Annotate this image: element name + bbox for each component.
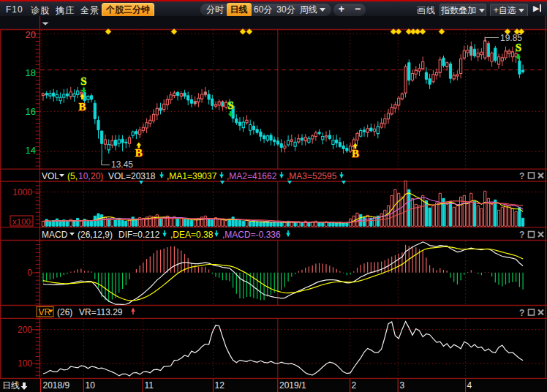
svg-text:2018/9: 2018/9 xyxy=(43,380,70,391)
svg-text:VR: VR xyxy=(39,307,51,317)
svg-text:DIF=0.212: DIF=0.212 xyxy=(118,230,160,240)
svg-text:日线: 日线 xyxy=(2,380,20,391)
svg-text:100: 100 xyxy=(18,358,32,369)
svg-text:?: ? xyxy=(519,171,524,181)
svg-text:(5,: (5, xyxy=(67,171,78,181)
svg-text:S: S xyxy=(516,42,521,53)
svg-text:,DEA=0.38: ,DEA=0.38 xyxy=(170,230,214,240)
svg-text:B: B xyxy=(78,101,86,113)
svg-text:12: 12 xyxy=(215,380,225,391)
svg-text:S: S xyxy=(80,75,86,87)
svg-text:3: 3 xyxy=(400,380,405,391)
svg-text:x100: x100 xyxy=(12,217,31,226)
svg-text:1000: 1000 xyxy=(12,187,32,197)
svg-text:,MA3=52595: ,MA3=52595 xyxy=(287,171,337,181)
svg-text:10,: 10, xyxy=(78,171,91,181)
svg-text:20: 20 xyxy=(26,29,36,40)
svg-text:VR=113.29: VR=113.29 xyxy=(79,307,123,317)
svg-text:(26): (26) xyxy=(57,307,72,317)
svg-text:,MA1=39037: ,MA1=39037 xyxy=(167,171,217,181)
svg-text:,MACD=-0.336: ,MACD=-0.336 xyxy=(222,230,281,240)
svg-text:11: 11 xyxy=(145,380,154,391)
svg-text:VOL: VOL xyxy=(42,171,59,181)
svg-text:B: B xyxy=(352,148,359,159)
svg-text:0: 0 xyxy=(27,268,32,278)
svg-text:?: ? xyxy=(519,230,524,240)
svg-text:200: 200 xyxy=(18,325,32,335)
svg-text:16: 16 xyxy=(26,106,36,117)
svg-text:VOL=20318: VOL=20318 xyxy=(108,171,156,181)
svg-text:?: ? xyxy=(519,308,524,318)
svg-text:10: 10 xyxy=(86,380,96,391)
svg-text:14: 14 xyxy=(26,145,36,156)
svg-text:13.45: 13.45 xyxy=(111,159,133,170)
svg-text:20): 20) xyxy=(91,171,103,181)
svg-text:S: S xyxy=(227,99,233,111)
svg-text:2019/1: 2019/1 xyxy=(279,380,306,391)
svg-text:MACD: MACD xyxy=(42,230,68,240)
svg-text:B: B xyxy=(135,147,143,159)
svg-text:18: 18 xyxy=(26,67,36,78)
svg-text:(26,12,9): (26,12,9) xyxy=(78,230,113,240)
svg-text:4: 4 xyxy=(467,380,472,391)
svg-text:2: 2 xyxy=(352,380,357,391)
svg-text:,MA2=41662: ,MA2=41662 xyxy=(227,171,277,181)
